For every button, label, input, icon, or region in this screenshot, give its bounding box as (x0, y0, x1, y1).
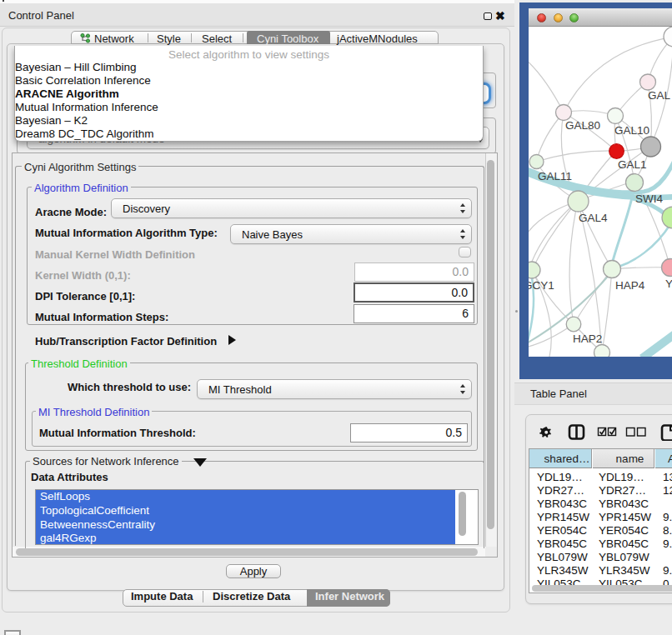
svg-text:GAL10: GAL10 (614, 124, 649, 137)
svg-text:HAP4: HAP4 (615, 279, 645, 292)
svg-text:HAP2: HAP2 (573, 332, 602, 345)
svg-text:GAL: GAL (648, 89, 671, 102)
svg-text:GAL1: GAL1 (618, 158, 647, 171)
svg-text:Y: Y (665, 278, 672, 290)
svg-text:GAL11: GAL11 (538, 170, 572, 182)
svg-text:GCY1: GCY1 (529, 279, 554, 292)
svg-text:GAL80: GAL80 (565, 119, 600, 132)
svg-text:GAL4: GAL4 (579, 212, 608, 224)
svg-text:SWI4: SWI4 (635, 192, 663, 205)
